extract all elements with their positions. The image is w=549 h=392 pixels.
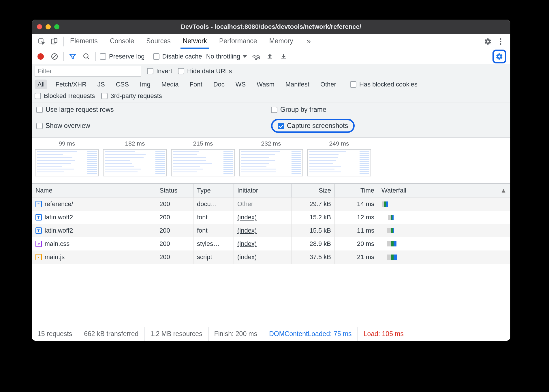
invert-checkbox[interactable]: Invert — [147, 67, 172, 75]
tabs-overflow-icon[interactable]: » — [302, 35, 315, 48]
minimize-window-button[interactable] — [46, 24, 51, 29]
col-name[interactable]: Name — [32, 184, 156, 197]
preserve-log-checkbox[interactable]: Preserve log — [100, 53, 145, 60]
svg-rect-2 — [54, 38, 57, 42]
status-load: Load: 105 ms — [358, 327, 409, 341]
screenshot-thumb[interactable]: 215 ms — [171, 140, 235, 176]
capture-screenshots-highlight: Capture screenshots — [271, 119, 355, 133]
chevron-down-icon — [242, 55, 247, 58]
filter-type-media[interactable]: Media — [159, 80, 182, 89]
record-button[interactable] — [36, 52, 46, 61]
request-type: script — [193, 250, 234, 264]
svg-point-11 — [258, 57, 260, 59]
request-type: font — [193, 224, 234, 237]
request-status: 200 — [156, 237, 193, 250]
main-tabstrip: ElementsConsoleSourcesNetworkPerformance… — [32, 34, 510, 49]
request-status: 200 — [156, 250, 193, 264]
filter-type-font[interactable]: Font — [187, 80, 205, 89]
filter-type-fetchxhr[interactable]: Fetch/XHR — [52, 80, 89, 89]
initiator-link[interactable]: (index) — [237, 240, 257, 247]
col-time[interactable]: Time — [335, 184, 378, 197]
network-settings-button[interactable] — [492, 50, 506, 63]
third-party-checkbox[interactable]: 3rd-party requests — [101, 92, 162, 100]
blocked-requests-checkbox[interactable]: Blocked Requests — [35, 92, 95, 100]
large-rows-checkbox[interactable]: Use large request rows — [36, 106, 271, 114]
col-initiator[interactable]: Initiator — [234, 184, 292, 197]
inspect-element-icon[interactable] — [35, 35, 48, 48]
request-name: reference/ — [45, 200, 73, 208]
filter-type-ws[interactable]: WS — [233, 80, 249, 89]
search-icon[interactable] — [82, 52, 91, 61]
waterfall-cell — [378, 224, 510, 237]
filter-type-wasm[interactable]: Wasm — [254, 80, 277, 89]
large-rows-label: Use large request rows — [46, 106, 114, 114]
capture-screenshots-checkbox[interactable]: Capture screenshots — [278, 122, 348, 130]
filter-type-img[interactable]: Img — [137, 80, 153, 89]
hide-data-urls-checkbox[interactable]: Hide data URLs — [178, 67, 232, 75]
screenshot-thumb[interactable]: 99 ms — [35, 140, 99, 176]
table-row[interactable]: Tlatin.woff2200font(index)15.2 kB12 ms — [32, 211, 510, 224]
group-by-frame-checkbox[interactable]: Group by frame — [271, 106, 506, 114]
filter-type-doc[interactable]: Doc — [210, 80, 228, 89]
upload-har-icon[interactable] — [265, 52, 275, 61]
initiator-link[interactable]: (index) — [237, 253, 257, 261]
file-type-icon: T — [35, 214, 42, 220]
col-status[interactable]: Status — [156, 184, 193, 197]
throttling-select[interactable]: No throttling — [206, 53, 247, 60]
svg-point-8 — [84, 54, 88, 58]
has-blocked-label: Has blocked cookies — [359, 81, 418, 88]
show-overview-label: Show overview — [46, 122, 90, 130]
filter-type-other[interactable]: Other — [317, 80, 339, 89]
initiator-link[interactable]: (index) — [237, 227, 257, 234]
more-menu-icon[interactable] — [494, 35, 507, 48]
close-window-button[interactable] — [37, 24, 42, 29]
maximize-window-button[interactable] — [54, 24, 59, 29]
show-overview-checkbox[interactable]: Show overview — [36, 119, 271, 133]
svg-line-7 — [53, 54, 57, 58]
table-row[interactable]: •main.js200script(index)37.5 kB21 ms — [32, 250, 510, 264]
capture-screenshots-label: Capture screenshots — [287, 122, 348, 130]
col-waterfall[interactable]: Waterfall — [378, 184, 510, 197]
table-row[interactable]: Tlatin.woff2200font(index)15.5 kB11 ms — [32, 224, 510, 237]
filter-icon[interactable] — [68, 52, 78, 61]
screenshot-thumb[interactable]: 232 ms — [239, 140, 303, 176]
table-row[interactable]: ↗main.css200styles…(index)28.9 kB20 ms — [32, 237, 510, 250]
filter-input[interactable]: Filter — [35, 66, 141, 77]
tab-memory[interactable]: Memory — [268, 34, 294, 48]
tab-elements[interactable]: Elements — [69, 34, 99, 48]
tab-sources[interactable]: Sources — [145, 34, 172, 48]
filmstrip: 99 ms182 ms215 ms232 ms249 ms — [32, 138, 510, 184]
tab-performance[interactable]: Performance — [218, 34, 258, 48]
request-size: 28.9 kB — [292, 237, 335, 250]
svg-rect-12 — [268, 59, 272, 59]
clear-button[interactable] — [50, 52, 59, 61]
svg-point-10 — [255, 59, 257, 60]
table-row[interactable]: ≡reference/200docu…Other29.7 kB14 ms — [32, 197, 510, 211]
request-size: 29.7 kB — [292, 197, 335, 211]
screenshot-timestamp: 99 ms — [35, 140, 99, 147]
tab-network[interactable]: Network — [182, 34, 208, 48]
device-toolbar-icon[interactable] — [48, 35, 61, 48]
filter-type-css[interactable]: CSS — [113, 80, 132, 89]
filter-type-manifest[interactable]: Manifest — [283, 80, 312, 89]
window-controls — [37, 24, 59, 29]
requests-table: Name Status Type Initiator Size Time Wat… — [32, 184, 510, 276]
network-conditions-icon[interactable] — [251, 52, 261, 61]
screenshot-thumb[interactable]: 182 ms — [103, 140, 167, 176]
screenshot-timestamp: 182 ms — [103, 140, 167, 147]
screenshot-thumb[interactable]: 249 ms — [307, 140, 371, 176]
download-har-icon[interactable] — [279, 52, 289, 61]
tab-console[interactable]: Console — [109, 34, 135, 48]
request-time: 14 ms — [335, 197, 378, 211]
col-size[interactable]: Size — [292, 184, 335, 197]
request-name: main.js — [45, 253, 65, 261]
filter-type-js[interactable]: JS — [95, 80, 108, 89]
devtools-settings-icon[interactable] — [482, 35, 494, 48]
initiator-link[interactable]: (index) — [237, 214, 257, 221]
has-blocked-cookies-checkbox[interactable]: Has blocked cookies — [350, 81, 418, 88]
request-time: 12 ms — [335, 211, 378, 224]
disable-cache-checkbox[interactable]: Disable cache — [153, 53, 202, 60]
col-type[interactable]: Type — [193, 184, 234, 197]
filter-type-all[interactable]: All — [35, 80, 47, 89]
request-name: latin.woff2 — [45, 227, 73, 234]
